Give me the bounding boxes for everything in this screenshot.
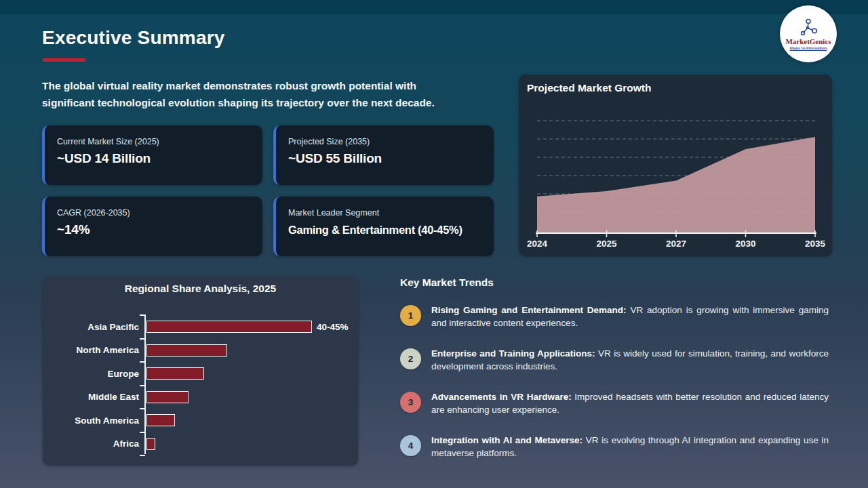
stat-label: Market Leader Segment <box>288 208 481 218</box>
stat-value: ~USD 55 Billion <box>288 151 481 166</box>
bar-label: North America <box>43 345 146 355</box>
stat-label: Current Market Size (2025) <box>57 137 250 146</box>
trend-text: Integration with AI and Metaverse: VR is… <box>431 434 829 460</box>
trend-number-badge: 3 <box>400 392 421 413</box>
x-axis-labels: 2024 2025 2027 2030 2035 <box>527 239 826 249</box>
stat-card-leader-segment: Market Leader Segment Gaming & Entertain… <box>273 197 494 256</box>
trends-heading: Key Market Trends <box>400 277 829 289</box>
trend-item-1: 1 Rising Gaming and Entertainment Demand… <box>400 304 829 329</box>
stat-label: CAGR (2026-2035) <box>57 208 250 218</box>
bar-africa <box>146 438 155 450</box>
bar-row-europe: Europe <box>43 362 358 386</box>
company-logo: MarketGenics Ideas to Innovation <box>780 5 837 62</box>
bar-label: Middle East <box>43 392 146 402</box>
bar-label: South America <box>43 415 146 426</box>
trend-title: Enterprise and Training Applications: <box>431 348 595 359</box>
bar-south-america <box>146 414 175 426</box>
trend-number-badge: 1 <box>400 305 421 326</box>
key-market-trends: Key Market Trends 1 Rising Gaming and En… <box>400 277 829 477</box>
logo-tagline: Ideas to Innovation <box>790 46 827 50</box>
bar-middle-east <box>146 391 189 403</box>
x-tick-label: 2024 <box>527 239 548 249</box>
bar-label: Africa <box>43 439 146 449</box>
growth-chart-title: Projected Market Growth <box>519 75 832 94</box>
stat-value: ~USD 14 Billion <box>57 151 250 166</box>
stat-card-grid: Current Market Size (2025) ~USD 14 Billi… <box>42 125 494 256</box>
bar-europe <box>146 367 204 380</box>
bar-row-middle-east: Middle East <box>43 386 358 409</box>
intro-line-1: The global virtual reality market demons… <box>42 77 435 94</box>
regional-chart-panel: Regional Share Analysis, 2025 Asia Pacif… <box>43 277 358 466</box>
page-title: Executive Summary <box>42 27 225 49</box>
x-tick-label: 2035 <box>805 239 826 249</box>
x-tick-label: 2030 <box>735 239 755 249</box>
top-accent-bar <box>0 0 868 14</box>
bar-row-north-america: North America <box>43 339 358 363</box>
bar-asia-pacific <box>146 321 312 333</box>
intro-text: The global virtual reality market demons… <box>42 77 435 111</box>
bar-label: Europe <box>43 369 146 379</box>
stat-card-projected-size: Projected Size (2035) ~USD 55 Billion <box>273 125 494 185</box>
logo-name: MarketGenics <box>785 37 831 45</box>
stat-card-cagr: CAGR (2026-2035) ~14% <box>42 197 262 256</box>
slide: Executive Summary The global virtual rea… <box>0 0 868 488</box>
x-tick-label: 2025 <box>596 239 617 249</box>
trend-title: Integration with AI and Metaverse: <box>431 435 583 445</box>
bar-row-asia-pacific: Asia Pacific 40-45% <box>43 315 358 339</box>
trend-number-badge: 4 <box>400 435 421 456</box>
molecule-icon <box>798 18 818 36</box>
trend-number-badge: 2 <box>400 348 421 369</box>
trend-item-2: 2 Enterprise and Training Applications: … <box>400 347 829 373</box>
trend-text: Enterprise and Training Applications: VR… <box>431 347 829 373</box>
bar-rows: Asia Pacific 40-45% North America Europe… <box>43 315 358 455</box>
stat-label: Projected Size (2035) <box>288 137 481 146</box>
stat-value: Gaming & Entertainment (40-45%) <box>288 224 481 237</box>
bar-annotation: 40-45% <box>317 322 349 332</box>
trend-item-3: 3 Advancements in VR Hardware: Improved … <box>400 390 829 416</box>
trend-item-4: 4 Integration with AI and Metaverse: VR … <box>400 434 829 460</box>
trend-title: Rising Gaming and Entertainment Demand: <box>431 305 627 315</box>
bar-row-africa: Africa <box>43 432 358 456</box>
bar-north-america <box>146 344 227 357</box>
stat-card-current-size: Current Market Size (2025) ~USD 14 Billi… <box>42 125 262 185</box>
trend-title: Advancements in VR Hardware: <box>431 392 572 402</box>
trend-text: Rising Gaming and Entertainment Demand: … <box>431 304 829 329</box>
x-tick-label: 2027 <box>666 239 686 249</box>
area-series <box>537 137 815 233</box>
bar-label: Asia Pacific <box>43 322 146 332</box>
growth-area-chart: 2024 2025 2027 2030 2035 <box>519 94 832 256</box>
trend-text: Advancements in VR Hardware: Improved he… <box>431 390 829 416</box>
growth-chart-panel: Projected Market Growth 2024 2025 2027 2… <box>519 75 832 256</box>
regional-bar-chart: Asia Pacific 40-45% North America Europe… <box>43 312 358 455</box>
title-underline <box>43 58 85 62</box>
regional-chart-title: Regional Share Analysis, 2025 <box>43 277 358 295</box>
intro-line-2: significant technological evolution shap… <box>42 94 435 111</box>
bar-row-south-america: South America <box>43 409 358 432</box>
stat-value: ~14% <box>57 222 250 237</box>
